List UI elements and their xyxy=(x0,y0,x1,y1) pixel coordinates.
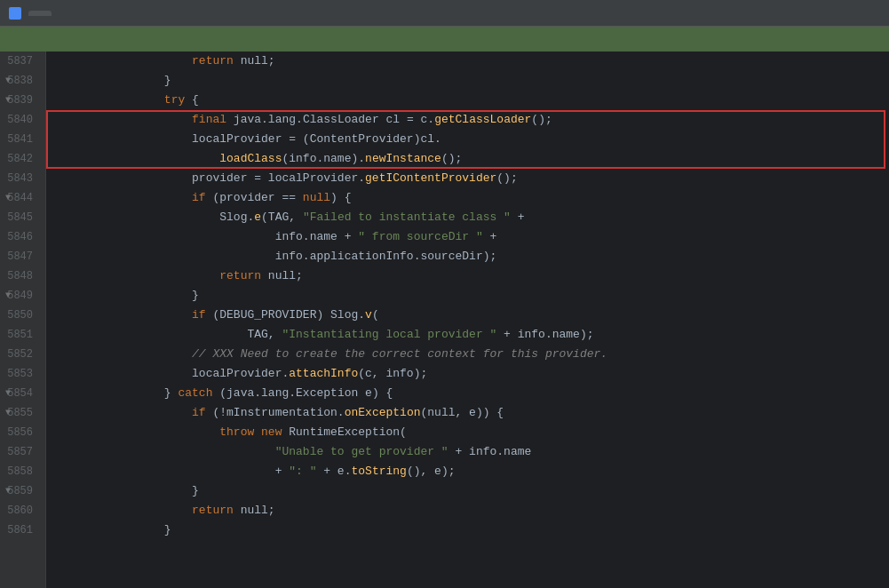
gutter-line: 5840 xyxy=(0,110,40,130)
gutter-line: 5842 xyxy=(0,149,40,169)
title-bar xyxy=(0,0,889,27)
line-number: 5838 xyxy=(7,75,33,87)
gutter-line: 5858 xyxy=(0,462,40,481)
gutter-line: 5846 xyxy=(0,227,40,247)
fold-arrow-icon[interactable]: ▼ xyxy=(5,403,11,423)
code-line: final java.lang.ClassLoader cl = c.getCl… xyxy=(53,110,889,130)
code-line: info.applicationInfo.sourceDir); xyxy=(53,247,889,266)
gutter-line: ▼5839 xyxy=(0,91,40,110)
app-icon xyxy=(9,7,21,20)
code-line: return null; xyxy=(53,266,889,286)
code-line: try { xyxy=(53,91,889,110)
line-number: 5846 xyxy=(7,231,33,243)
line-number: 5860 xyxy=(7,505,33,517)
gutter-line: 5843 xyxy=(0,169,40,188)
gutter-line: 5851 xyxy=(0,325,40,345)
gutter-line: 5856 xyxy=(0,423,40,442)
gutter-line: 5841 xyxy=(0,130,40,149)
code-line: } catch (java.lang.Exception e) { xyxy=(53,384,889,403)
line-number: 5844 xyxy=(7,192,33,204)
code-line: TAG, "Instantiating local provider " + i… xyxy=(53,325,889,345)
code-line: "Unable to get provider " + info.name xyxy=(53,442,889,462)
code-line: if (!mInstrumentation.onException(null, … xyxy=(53,403,889,423)
code-line: return null; xyxy=(53,52,889,71)
code-line: if (DEBUG_PROVIDER) Slog.v( xyxy=(53,306,889,325)
gutter-line: 5853 xyxy=(0,364,40,384)
tab[interactable] xyxy=(28,11,52,16)
code-line: } xyxy=(53,71,889,91)
gutter-line: 5847 xyxy=(0,247,40,266)
line-number: 5856 xyxy=(7,426,33,439)
line-number: 5848 xyxy=(7,270,33,282)
gutter-line: 5852 xyxy=(0,345,40,364)
code-line: } xyxy=(53,286,889,306)
code-lines: return null; } try { final java.lang.Cla… xyxy=(46,52,889,588)
line-number: 5853 xyxy=(7,368,33,380)
gutter: 5837▼5838▼58395840584158425843▼584458455… xyxy=(0,52,46,588)
code-line: localProvider = (ContentProvider)cl. xyxy=(53,130,889,149)
line-number: 5861 xyxy=(7,524,33,536)
code-line: Slog.e(TAG, "Failed to instantiate class… xyxy=(53,208,889,227)
line-number: 5837 xyxy=(7,55,33,68)
line-number: 5857 xyxy=(7,446,33,458)
line-number: 5854 xyxy=(7,387,33,400)
gutter-line: 5857 xyxy=(0,442,40,462)
editor: 5837▼5838▼58395840584158425843▼584458455… xyxy=(0,52,889,588)
code-line: + ": " + e.toString(), e); xyxy=(53,462,889,481)
gutter-line: 5850 xyxy=(0,306,40,325)
gutter-line: ▼5838 xyxy=(0,71,40,91)
gutter-line: ▼5855 xyxy=(0,403,40,423)
fold-arrow-icon[interactable]: ▼ xyxy=(5,481,11,501)
line-number: 5841 xyxy=(7,133,33,146)
fold-arrow-icon[interactable]: ▼ xyxy=(5,91,11,110)
fold-arrow-icon[interactable]: ▼ xyxy=(5,286,11,306)
gutter-line: 5845 xyxy=(0,208,40,227)
gutter-line: 5848 xyxy=(0,266,40,286)
gradle-bar xyxy=(0,27,889,52)
line-number: 5842 xyxy=(7,153,33,165)
gutter-line: 5837 xyxy=(0,52,40,71)
fold-arrow-icon[interactable]: ▼ xyxy=(5,71,11,91)
gutter-line: 5861 xyxy=(0,520,40,540)
line-number: 5852 xyxy=(7,348,33,361)
code-line: } xyxy=(53,520,889,540)
code-area: 5837▼5838▼58395840584158425843▼584458455… xyxy=(0,52,889,588)
gutter-line: ▼5844 xyxy=(0,188,40,208)
code-line: provider = localProvider.getIContentProv… xyxy=(53,169,889,188)
fold-arrow-icon[interactable]: ▼ xyxy=(5,188,11,208)
line-number: 5849 xyxy=(7,290,33,302)
line-number: 5840 xyxy=(7,114,33,126)
line-number: 5850 xyxy=(7,309,33,322)
gutter-line: ▼5859 xyxy=(0,481,40,501)
fold-arrow-icon[interactable]: ▼ xyxy=(5,384,11,403)
line-number: 5859 xyxy=(7,485,33,497)
code-line: throw new RuntimeException( xyxy=(53,423,889,442)
line-number: 5855 xyxy=(7,407,33,419)
line-number: 5845 xyxy=(7,211,33,224)
code-line: info.name + " from sourceDir " + xyxy=(53,227,889,247)
line-number: 5851 xyxy=(7,329,33,341)
line-number: 5839 xyxy=(7,94,33,107)
line-number: 5847 xyxy=(7,250,33,263)
line-number: 5858 xyxy=(7,465,33,478)
code-line: localProvider.attachInfo(c, info); xyxy=(53,364,889,384)
gutter-line: ▼5854 xyxy=(0,384,40,403)
gutter-line: ▼5849 xyxy=(0,286,40,306)
code-line: } xyxy=(53,481,889,501)
line-number: 5843 xyxy=(7,172,33,185)
code-line: loadClass(info.name).newInstance(); xyxy=(53,149,889,169)
gutter-line: 5860 xyxy=(0,501,40,520)
code-line: return null; xyxy=(53,501,889,520)
code-line: // XXX Need to create the correct contex… xyxy=(53,345,889,364)
code-line: if (provider == null) { xyxy=(53,188,889,208)
